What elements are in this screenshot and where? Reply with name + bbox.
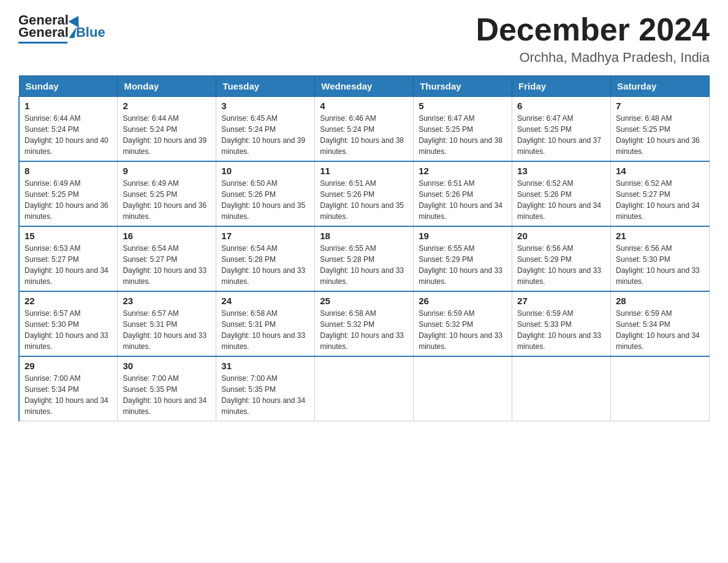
calendar-cell: 20 Sunrise: 6:56 AM Sunset: 5:29 PM Dayl… xyxy=(512,226,611,291)
day-number: 31 xyxy=(221,361,309,371)
day-number: 24 xyxy=(221,296,309,306)
calendar-cell: 16 Sunrise: 6:54 AM Sunset: 5:27 PM Dayl… xyxy=(118,226,216,291)
calendar-week-row: 1 Sunrise: 6:44 AM Sunset: 5:24 PM Dayli… xyxy=(19,97,710,162)
calendar-cell xyxy=(414,356,512,421)
calendar-cell: 30 Sunrise: 7:00 AM Sunset: 5:35 PM Dayl… xyxy=(118,356,216,421)
calendar-cell: 6 Sunrise: 6:47 AM Sunset: 5:25 PM Dayli… xyxy=(512,97,611,162)
day-info: Sunrise: 6:49 AM Sunset: 5:25 PM Dayligh… xyxy=(123,178,211,222)
day-number: 2 xyxy=(123,101,211,111)
calendar-cell: 7 Sunrise: 6:48 AM Sunset: 5:25 PM Dayli… xyxy=(611,97,710,162)
day-number: 4 xyxy=(320,101,408,111)
calendar-cell: 5 Sunrise: 6:47 AM Sunset: 5:25 PM Dayli… xyxy=(414,97,512,162)
calendar-cell: 21 Sunrise: 6:56 AM Sunset: 5:30 PM Dayl… xyxy=(611,226,710,291)
logo-underline xyxy=(18,42,67,44)
column-header-monday: Monday xyxy=(118,76,216,97)
day-info: Sunrise: 6:55 AM Sunset: 5:29 PM Dayligh… xyxy=(419,243,507,287)
calendar-cell: 9 Sunrise: 6:49 AM Sunset: 5:25 PM Dayli… xyxy=(118,161,216,226)
day-number: 26 xyxy=(419,296,507,306)
day-info: Sunrise: 6:58 AM Sunset: 5:31 PM Dayligh… xyxy=(221,308,309,352)
day-info: Sunrise: 6:51 AM Sunset: 5:26 PM Dayligh… xyxy=(419,178,507,222)
calendar-cell: 28 Sunrise: 6:59 AM Sunset: 5:34 PM Dayl… xyxy=(611,291,710,356)
day-info: Sunrise: 6:45 AM Sunset: 5:24 PM Dayligh… xyxy=(221,113,309,157)
calendar-header-row: SundayMondayTuesdayWednesdayThursdayFrid… xyxy=(19,76,710,97)
day-info: Sunrise: 6:56 AM Sunset: 5:29 PM Dayligh… xyxy=(517,243,605,287)
day-number: 19 xyxy=(419,231,507,241)
day-number: 14 xyxy=(616,166,704,176)
logo-arrow-icon xyxy=(69,27,76,38)
day-info: Sunrise: 6:54 AM Sunset: 5:28 PM Dayligh… xyxy=(221,243,309,287)
calendar-week-row: 8 Sunrise: 6:49 AM Sunset: 5:25 PM Dayli… xyxy=(19,161,710,226)
day-number: 11 xyxy=(320,166,408,176)
column-header-tuesday: Tuesday xyxy=(216,76,315,97)
day-info: Sunrise: 6:47 AM Sunset: 5:25 PM Dayligh… xyxy=(517,113,605,157)
day-number: 6 xyxy=(517,101,605,111)
calendar-cell: 4 Sunrise: 6:46 AM Sunset: 5:24 PM Dayli… xyxy=(315,97,414,162)
day-info: Sunrise: 6:54 AM Sunset: 5:27 PM Dayligh… xyxy=(123,243,211,287)
day-number: 29 xyxy=(25,361,112,371)
day-number: 15 xyxy=(25,231,112,241)
day-info: Sunrise: 6:55 AM Sunset: 5:28 PM Dayligh… xyxy=(320,243,408,287)
day-number: 18 xyxy=(320,231,408,241)
logo-general-text2: General xyxy=(18,25,69,40)
day-info: Sunrise: 6:58 AM Sunset: 5:32 PM Dayligh… xyxy=(320,308,408,352)
day-info: Sunrise: 6:48 AM Sunset: 5:25 PM Dayligh… xyxy=(616,113,704,157)
calendar-cell: 27 Sunrise: 6:59 AM Sunset: 5:33 PM Dayl… xyxy=(512,291,611,356)
calendar-cell: 19 Sunrise: 6:55 AM Sunset: 5:29 PM Dayl… xyxy=(414,226,512,291)
column-header-wednesday: Wednesday xyxy=(315,76,414,97)
day-info: Sunrise: 6:53 AM Sunset: 5:27 PM Dayligh… xyxy=(25,243,112,287)
day-number: 28 xyxy=(616,296,704,306)
column-header-friday: Friday xyxy=(512,76,611,97)
day-info: Sunrise: 6:44 AM Sunset: 5:24 PM Dayligh… xyxy=(25,113,112,157)
day-number: 5 xyxy=(419,101,507,111)
day-info: Sunrise: 6:47 AM Sunset: 5:25 PM Dayligh… xyxy=(419,113,507,157)
day-number: 20 xyxy=(517,231,605,241)
day-info: Sunrise: 7:00 AM Sunset: 5:35 PM Dayligh… xyxy=(221,373,309,417)
page-header: General General Blue December 2024 Orchh… xyxy=(18,12,710,66)
calendar-cell: 24 Sunrise: 6:58 AM Sunset: 5:31 PM Dayl… xyxy=(216,291,315,356)
day-info: Sunrise: 6:57 AM Sunset: 5:30 PM Dayligh… xyxy=(25,308,112,352)
calendar-cell: 12 Sunrise: 6:51 AM Sunset: 5:26 PM Dayl… xyxy=(414,161,512,226)
calendar-cell: 8 Sunrise: 6:49 AM Sunset: 5:25 PM Dayli… xyxy=(19,161,118,226)
day-info: Sunrise: 7:00 AM Sunset: 5:35 PM Dayligh… xyxy=(123,373,211,417)
day-number: 1 xyxy=(25,101,112,111)
day-number: 30 xyxy=(123,361,211,371)
calendar-cell: 29 Sunrise: 7:00 AM Sunset: 5:34 PM Dayl… xyxy=(19,356,118,421)
calendar-cell: 10 Sunrise: 6:50 AM Sunset: 5:26 PM Dayl… xyxy=(216,161,315,226)
calendar-week-row: 22 Sunrise: 6:57 AM Sunset: 5:30 PM Dayl… xyxy=(19,291,710,356)
day-info: Sunrise: 6:49 AM Sunset: 5:25 PM Dayligh… xyxy=(25,178,112,222)
calendar-week-row: 15 Sunrise: 6:53 AM Sunset: 5:27 PM Dayl… xyxy=(19,226,710,291)
location-title: Orchha, Madhya Pradesh, India xyxy=(476,50,710,66)
day-number: 3 xyxy=(221,101,309,111)
calendar-cell: 31 Sunrise: 7:00 AM Sunset: 5:35 PM Dayl… xyxy=(216,356,315,421)
calendar-cell: 2 Sunrise: 6:44 AM Sunset: 5:24 PM Dayli… xyxy=(118,97,216,162)
day-number: 17 xyxy=(221,231,309,241)
day-info: Sunrise: 6:44 AM Sunset: 5:24 PM Dayligh… xyxy=(123,113,211,157)
calendar-cell xyxy=(512,356,611,421)
day-number: 16 xyxy=(123,231,211,241)
calendar-cell: 1 Sunrise: 6:44 AM Sunset: 5:24 PM Dayli… xyxy=(19,97,118,162)
day-info: Sunrise: 7:00 AM Sunset: 5:34 PM Dayligh… xyxy=(25,373,112,417)
day-number: 8 xyxy=(25,166,112,176)
calendar-cell: 22 Sunrise: 6:57 AM Sunset: 5:30 PM Dayl… xyxy=(19,291,118,356)
calendar-cell: 23 Sunrise: 6:57 AM Sunset: 5:31 PM Dayl… xyxy=(118,291,216,356)
calendar-cell: 3 Sunrise: 6:45 AM Sunset: 5:24 PM Dayli… xyxy=(216,97,315,162)
calendar-cell: 14 Sunrise: 6:52 AM Sunset: 5:27 PM Dayl… xyxy=(611,161,710,226)
calendar-cell: 17 Sunrise: 6:54 AM Sunset: 5:28 PM Dayl… xyxy=(216,226,315,291)
calendar-cell: 15 Sunrise: 6:53 AM Sunset: 5:27 PM Dayl… xyxy=(19,226,118,291)
title-area: December 2024 Orchha, Madhya Pradesh, In… xyxy=(476,12,710,66)
day-info: Sunrise: 6:56 AM Sunset: 5:30 PM Dayligh… xyxy=(616,243,704,287)
month-title: December 2024 xyxy=(476,12,710,47)
day-info: Sunrise: 6:59 AM Sunset: 5:33 PM Dayligh… xyxy=(517,308,605,352)
day-info: Sunrise: 6:50 AM Sunset: 5:26 PM Dayligh… xyxy=(221,178,309,222)
day-number: 10 xyxy=(221,166,309,176)
day-number: 12 xyxy=(419,166,507,176)
day-info: Sunrise: 6:51 AM Sunset: 5:26 PM Dayligh… xyxy=(320,178,408,222)
calendar-cell xyxy=(611,356,710,421)
day-info: Sunrise: 6:52 AM Sunset: 5:26 PM Dayligh… xyxy=(517,178,605,222)
column-header-sunday: Sunday xyxy=(19,76,118,97)
day-number: 7 xyxy=(616,101,704,111)
day-number: 9 xyxy=(123,166,211,176)
calendar-cell: 25 Sunrise: 6:58 AM Sunset: 5:32 PM Dayl… xyxy=(315,291,414,356)
calendar-cell: 13 Sunrise: 6:52 AM Sunset: 5:26 PM Dayl… xyxy=(512,161,611,226)
logo: General General Blue xyxy=(18,12,105,44)
